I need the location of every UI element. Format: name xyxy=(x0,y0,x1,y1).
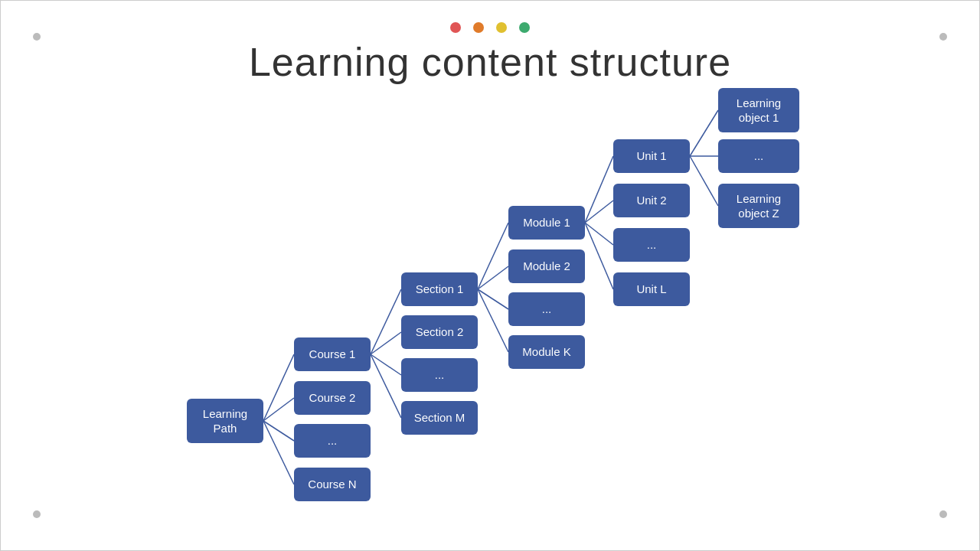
svg-line-8 xyxy=(478,223,508,289)
node-module2: Module 2 xyxy=(508,249,585,283)
node-section1: Section 1 xyxy=(401,272,478,306)
svg-line-18 xyxy=(690,156,718,206)
node-course2: Course 2 xyxy=(294,381,371,415)
dot-yellow xyxy=(496,22,507,33)
dot-green xyxy=(519,22,530,33)
svg-line-12 xyxy=(585,156,613,223)
node-course1: Course 1 xyxy=(294,337,371,371)
top-dots xyxy=(450,22,530,33)
node-sectionM: Section M xyxy=(401,401,478,435)
svg-line-14 xyxy=(585,223,613,245)
svg-line-3 xyxy=(263,421,294,484)
node-unit2: Unit 2 xyxy=(613,184,690,217)
svg-line-1 xyxy=(263,398,294,421)
svg-line-15 xyxy=(585,223,613,289)
page-title: Learning content structure xyxy=(1,39,979,85)
node-section2: Section 2 xyxy=(401,315,478,349)
svg-line-6 xyxy=(371,354,401,375)
dot-red xyxy=(450,22,461,33)
node-learningPath: Learning Path xyxy=(187,399,263,443)
svg-line-13 xyxy=(585,201,613,223)
svg-line-7 xyxy=(371,354,401,418)
corner-bl xyxy=(33,510,41,518)
node-loEllipsis: ... xyxy=(718,139,799,173)
node-courseN: Course N xyxy=(294,468,371,501)
svg-line-5 xyxy=(371,332,401,354)
node-unitL: Unit L xyxy=(613,272,690,306)
svg-line-16 xyxy=(690,110,718,156)
dot-orange xyxy=(473,22,484,33)
node-sectionEllipsis: ... xyxy=(401,358,478,392)
node-moduleK: Module K xyxy=(508,335,585,369)
node-unitEllipsis: ... xyxy=(613,228,690,262)
corner-br xyxy=(939,510,947,518)
svg-line-4 xyxy=(371,289,401,354)
node-lo1: Learning object 1 xyxy=(718,88,799,132)
node-unit1: Unit 1 xyxy=(613,139,690,173)
node-loZ: Learning object Z xyxy=(718,184,799,228)
svg-line-2 xyxy=(263,421,294,441)
svg-line-11 xyxy=(478,289,508,352)
svg-line-10 xyxy=(478,289,508,309)
svg-line-9 xyxy=(478,266,508,289)
node-moduleEllipsis: ... xyxy=(508,292,585,326)
node-module1: Module 1 xyxy=(508,206,585,240)
slide: Learning content structure Learning Path… xyxy=(0,0,980,551)
node-courseEllipsis: ... xyxy=(294,424,371,458)
svg-line-0 xyxy=(263,354,294,421)
